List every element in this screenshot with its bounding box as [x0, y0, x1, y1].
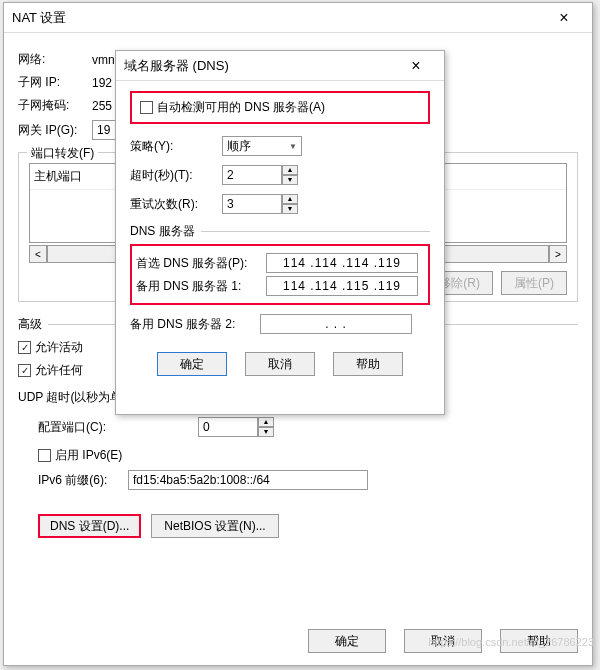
- dns-titlebar: 域名服务器 (DNS) ×: [116, 51, 444, 81]
- policy-label: 策略(Y):: [130, 138, 222, 155]
- policy-select[interactable]: 顺序 ▼: [222, 136, 302, 156]
- config-port-spinner[interactable]: ▲▼: [198, 417, 274, 437]
- alt-dns2-label: 备用 DNS 服务器 2:: [130, 316, 260, 333]
- divider: [201, 231, 430, 232]
- ipv6-prefix-label: IPv6 前缀(6):: [38, 472, 128, 489]
- dns-dialog-title: 域名服务器 (DNS): [124, 57, 229, 75]
- spinner-up-icon[interactable]: ▲: [282, 194, 298, 204]
- chevron-down-icon: ▼: [289, 142, 297, 151]
- timeout-label: 超时(秒)(T):: [130, 167, 222, 184]
- ipv6-prefix-input[interactable]: [128, 470, 368, 490]
- auto-detect-dns-label: 自动检测可用的 DNS 服务器(A): [157, 99, 325, 116]
- retry-label: 重试次数(R):: [130, 196, 222, 213]
- enable-ipv6-checkbox[interactable]: [38, 449, 51, 462]
- dns-servers-legend: DNS 服务器: [130, 223, 195, 240]
- auto-detect-dns-checkbox[interactable]: [140, 101, 153, 114]
- watermark: https://blog.csdn.net/m_26786223: [428, 636, 594, 648]
- dns-servers-highlight: 首选 DNS 服务器(P): 114 .114 .114 .119 备用 DNS…: [130, 244, 430, 305]
- config-port-label: 配置端口(C):: [18, 419, 198, 436]
- dns-settings-button[interactable]: DNS 设置(D)...: [38, 514, 141, 538]
- spinner-down-icon[interactable]: ▼: [282, 175, 298, 185]
- allow-any-oui-checkbox[interactable]: [18, 364, 31, 377]
- subnet-ip-label: 子网 IP:: [18, 74, 92, 91]
- advanced-title: 高级: [18, 316, 42, 333]
- policy-value: 顺序: [227, 138, 251, 155]
- allow-active-ftp-label: 允许活动: [35, 339, 83, 356]
- allow-any-oui-label: 允许任何: [35, 362, 83, 379]
- dns-ok-button[interactable]: 确定: [157, 352, 227, 376]
- subnet-mask-value: 255: [92, 99, 112, 113]
- scroll-left-button[interactable]: <: [29, 245, 47, 263]
- alt-dns2-input[interactable]: . . .: [260, 314, 412, 334]
- port-forward-legend: 端口转发(F): [27, 145, 98, 162]
- dns-cancel-button[interactable]: 取消: [245, 352, 315, 376]
- retry-spinner[interactable]: ▲▼: [222, 194, 298, 214]
- subnet-mask-label: 子网掩码:: [18, 97, 92, 114]
- close-icon[interactable]: ×: [544, 9, 584, 27]
- ok-button[interactable]: 确定: [308, 629, 386, 653]
- nat-titlebar: NAT 设置 ×: [4, 3, 592, 33]
- alt-dns1-label: 备用 DNS 服务器 1:: [136, 278, 266, 295]
- timeout-spinner[interactable]: ▲▼: [222, 165, 298, 185]
- nat-window-title: NAT 设置: [12, 9, 66, 27]
- dns-help-button[interactable]: 帮助: [333, 352, 403, 376]
- primary-dns-input[interactable]: 114 .114 .114 .119: [266, 253, 418, 273]
- primary-dns-label: 首选 DNS 服务器(P):: [136, 255, 266, 272]
- spinner-up-icon[interactable]: ▲: [282, 165, 298, 175]
- spinner-down-icon[interactable]: ▼: [258, 427, 274, 437]
- spinner-down-icon[interactable]: ▼: [282, 204, 298, 214]
- enable-ipv6-label: 启用 IPv6(E): [55, 447, 122, 464]
- dns-settings-dialog: 域名服务器 (DNS) × 自动检测可用的 DNS 服务器(A) 策略(Y): …: [115, 50, 445, 415]
- properties-button[interactable]: 属性(P): [501, 271, 567, 295]
- config-port-input[interactable]: [198, 417, 258, 437]
- timeout-input[interactable]: [222, 165, 282, 185]
- subnet-ip-value: 192: [92, 76, 112, 90]
- allow-active-ftp-checkbox[interactable]: [18, 341, 31, 354]
- retry-input[interactable]: [222, 194, 282, 214]
- network-label: 网络:: [18, 51, 92, 68]
- gateway-ip-label: 网关 IP(G):: [18, 122, 92, 139]
- alt-dns1-input[interactable]: 114 .114 .115 .119: [266, 276, 418, 296]
- close-icon[interactable]: ×: [396, 57, 436, 75]
- scroll-right-button[interactable]: >: [549, 245, 567, 263]
- netbios-settings-button[interactable]: NetBIOS 设置(N)...: [151, 514, 278, 538]
- auto-detect-highlight: 自动检测可用的 DNS 服务器(A): [130, 91, 430, 124]
- spinner-up-icon[interactable]: ▲: [258, 417, 274, 427]
